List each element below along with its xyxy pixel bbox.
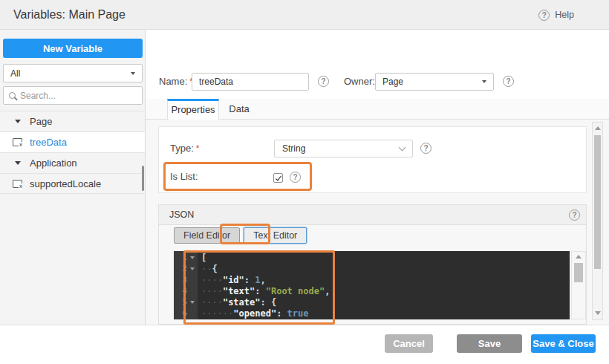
code-line: 5····"state": { <box>174 296 570 308</box>
code-text: ····"id": 1, <box>198 275 266 285</box>
is-list-help-icon[interactable] <box>290 172 301 183</box>
code-text: [ <box>198 253 206 263</box>
json-code-editor[interactable]: 1[2··{3····"id": 1,4····"text": "Root no… <box>174 251 570 319</box>
code-token: : <box>260 297 270 308</box>
check-icon <box>275 174 281 181</box>
scroll-up-icon[interactable] <box>595 126 601 130</box>
tree-group-application[interactable]: Application <box>0 152 145 173</box>
field-editor-button[interactable]: Field Editor <box>174 227 240 244</box>
code-token: 1 <box>255 275 260 285</box>
code-line: 6······"opened": true <box>174 308 570 319</box>
editor-scrollbar-thumb[interactable] <box>574 263 583 282</box>
dialog-footer: Cancel Save Save & Close <box>0 325 609 364</box>
code-line: 1[ <box>174 252 570 263</box>
code-token: [ <box>201 253 206 263</box>
tree-group-label: Page <box>30 116 52 127</box>
code-token: : <box>276 308 287 319</box>
tree-group-label: Application <box>30 157 77 169</box>
code-token: ···· <box>201 297 223 308</box>
search-input[interactable] <box>20 91 137 101</box>
tab-data[interactable]: Data <box>220 99 258 120</box>
is-list-label: Is List: <box>170 168 198 186</box>
scroll-down-icon[interactable] <box>595 311 601 315</box>
is-list-checkbox[interactable] <box>273 173 283 183</box>
tab-content: Type:* String Is List: JSON Field Editor <box>146 120 609 325</box>
type-dropdown-value: String <box>282 143 305 154</box>
tree-item-label: treeData <box>30 137 67 148</box>
new-variable-button[interactable]: New Variable <box>3 39 143 58</box>
variable-icon <box>13 180 22 188</box>
code-token: { <box>271 297 276 308</box>
fold-arrow-icon[interactable] <box>187 301 198 304</box>
text-editor-button[interactable]: Text Editor <box>244 227 307 244</box>
dropdown-arrow-icon <box>482 80 486 83</box>
variable-icon <box>13 138 22 146</box>
required-marker: * <box>196 143 200 154</box>
dialog-header: Variables: Main Page Help <box>0 0 609 30</box>
name-help-icon[interactable] <box>318 76 329 87</box>
code-token: ···· <box>201 275 223 285</box>
json-panel: JSON Field Editor Text Editor 1[2··{3···… <box>158 204 587 325</box>
line-number: 5 <box>174 297 187 307</box>
code-line: 3····"id": 1, <box>174 274 570 285</box>
dropdown-arrow-icon <box>131 72 135 75</box>
prop-type-label: Type:* <box>170 140 199 157</box>
chevron-down-icon <box>399 143 406 151</box>
tree-item-supportedlocale[interactable]: supportedLocale <box>0 173 145 194</box>
tab-properties[interactable]: Properties <box>167 99 219 120</box>
fold-arrow-icon[interactable] <box>187 256 198 259</box>
main-panel: Name:* Owner:* Page Type: Model Properti… <box>146 30 609 325</box>
type-help-icon[interactable] <box>420 143 431 154</box>
owner-help-icon[interactable] <box>503 76 514 87</box>
name-input[interactable] <box>192 73 309 91</box>
line-number: 1 <box>174 253 187 262</box>
name-label: Name:* <box>159 73 193 91</box>
tree-item-treedata[interactable]: treeData <box>0 131 145 152</box>
content-scrollbar-thumb[interactable] <box>594 135 601 269</box>
code-token: , <box>261 275 266 285</box>
sidebar-scrollbar[interactable] <box>142 166 144 191</box>
sidebar: New Variable All Page treeData Applicati… <box>0 30 146 325</box>
editor-scrollbar[interactable] <box>571 251 586 319</box>
editor-mode-buttons: Field Editor Text Editor <box>174 227 307 244</box>
cancel-button[interactable]: Cancel <box>385 334 433 353</box>
fold-arrow-icon[interactable] <box>187 267 198 270</box>
code-line: 4····"text": "Root node", <box>174 285 570 296</box>
save-button[interactable]: Save <box>457 334 522 353</box>
owner-value: Page <box>382 77 403 87</box>
owner-dropdown[interactable]: Page <box>375 73 494 91</box>
code-token: "opened" <box>233 308 276 319</box>
collapse-arrow-icon[interactable] <box>15 161 21 165</box>
code-token: "id" <box>223 275 244 285</box>
code-token: ·· <box>201 264 212 274</box>
type-dropdown[interactable]: String <box>274 140 413 157</box>
code-line: 2··{ <box>174 263 570 274</box>
line-number: 2 <box>174 264 187 273</box>
json-help-icon[interactable] <box>569 209 580 221</box>
search-box <box>3 86 143 105</box>
code-text: ··{ <box>198 264 218 274</box>
code-token: "Root node" <box>266 286 325 296</box>
filter-dropdown[interactable]: All <box>3 64 143 82</box>
line-number: 6 <box>174 308 187 318</box>
help-icon <box>538 10 550 21</box>
code-token: true <box>287 308 309 319</box>
scroll-up-icon[interactable] <box>576 255 582 259</box>
code-token: ······ <box>201 308 233 319</box>
page-title: Variables: Main Page <box>13 0 126 30</box>
code-token: , <box>325 286 330 296</box>
save-close-button[interactable]: Save & Close <box>531 334 596 353</box>
tree-group-page[interactable]: Page <box>0 111 145 131</box>
code-text: ······"opened": true <box>198 308 309 319</box>
tree-item-label: supportedLocale <box>30 178 101 189</box>
filter-value: All <box>10 68 20 79</box>
search-icon <box>9 92 16 99</box>
content-scrollbar[interactable] <box>592 122 603 320</box>
help-link[interactable]: Help <box>538 0 574 30</box>
variables-dialog: Variables: Main Page Help New Variable A… <box>0 0 609 364</box>
code-text: ····"text": "Root node", <box>198 286 330 296</box>
collapse-arrow-icon[interactable] <box>15 120 21 123</box>
code-token: "text" <box>223 286 255 296</box>
json-panel-title: JSON <box>169 205 194 225</box>
variable-tree: Page treeData Application supportedLocal… <box>0 111 145 194</box>
